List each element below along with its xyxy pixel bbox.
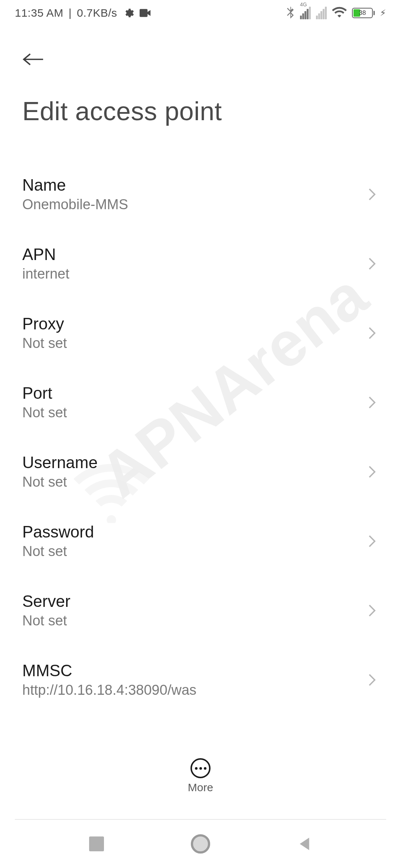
- setting-label: Password: [22, 523, 365, 541]
- status-time: 11:35 AM: [15, 7, 63, 19]
- home-button[interactable]: [189, 833, 212, 855]
- setting-username[interactable]: Username Not set: [22, 437, 379, 506]
- battery-icon: 38: [352, 8, 375, 18]
- setting-name[interactable]: Name Onemobile-MMS: [22, 160, 379, 229]
- setting-label: Server: [22, 592, 365, 611]
- signal-nosim-icon: [316, 7, 327, 19]
- setting-proxy[interactable]: Proxy Not set: [22, 298, 379, 368]
- chevron-right-icon: [365, 257, 379, 270]
- circle-icon: [191, 834, 210, 854]
- bluetooth-icon: [286, 5, 295, 21]
- back-button[interactable]: [22, 48, 45, 70]
- navigation-bar: [0, 820, 401, 868]
- setting-value: Onemobile-MMS: [22, 197, 365, 213]
- signal-4g-icon: 4G: [300, 7, 311, 19]
- square-icon: [89, 836, 104, 851]
- settings-list: Name Onemobile-MMS APN internet Proxy No…: [0, 141, 401, 727]
- setting-label: Username: [22, 453, 365, 472]
- gear-icon: [123, 7, 134, 19]
- setting-mmsc[interactable]: MMSC http://10.16.18.4:38090/was: [22, 645, 379, 714]
- setting-value: Not set: [22, 543, 365, 559]
- more-button[interactable]: More: [0, 743, 401, 794]
- back-nav-button[interactable]: [293, 833, 316, 855]
- more-icon: [190, 758, 211, 778]
- setting-label: APN: [22, 245, 365, 264]
- recents-button[interactable]: [85, 833, 108, 855]
- setting-value: Not set: [22, 335, 365, 351]
- setting-value: Not set: [22, 613, 365, 629]
- setting-label: Port: [22, 384, 365, 402]
- triangle-icon: [297, 836, 312, 852]
- setting-label: MMSC: [22, 661, 365, 680]
- setting-mms-proxy[interactable]: MMS proxy 10.16.18.77: [22, 714, 379, 727]
- page-title: Edit access point: [0, 70, 401, 141]
- setting-value: http://10.16.18.4:38090/was: [22, 682, 365, 698]
- status-bar: 11:35 AM | 0.7KB/s 4G: [0, 0, 401, 26]
- camera-icon: [140, 7, 151, 19]
- setting-password[interactable]: Password Not set: [22, 506, 379, 576]
- setting-label: Proxy: [22, 315, 365, 333]
- status-data-rate: 0.7KB/s: [77, 7, 117, 19]
- chevron-right-icon: [365, 673, 379, 687]
- setting-label: Name: [22, 176, 365, 194]
- setting-port[interactable]: Port Not set: [22, 368, 379, 437]
- more-label: More: [188, 781, 213, 794]
- chevron-right-icon: [365, 396, 379, 409]
- charging-icon: ⚡︎: [380, 8, 386, 18]
- status-separator: |: [69, 7, 72, 19]
- setting-value: Not set: [22, 405, 365, 421]
- setting-apn[interactable]: APN internet: [22, 229, 379, 298]
- wifi-icon: [332, 6, 347, 20]
- chevron-right-icon: [365, 535, 379, 548]
- chevron-right-icon: [365, 604, 379, 617]
- setting-value: internet: [22, 266, 365, 282]
- setting-server[interactable]: Server Not set: [22, 576, 379, 645]
- setting-value: Not set: [22, 474, 365, 490]
- chevron-right-icon: [365, 326, 379, 340]
- chevron-right-icon: [365, 188, 379, 201]
- chevron-right-icon: [365, 465, 379, 479]
